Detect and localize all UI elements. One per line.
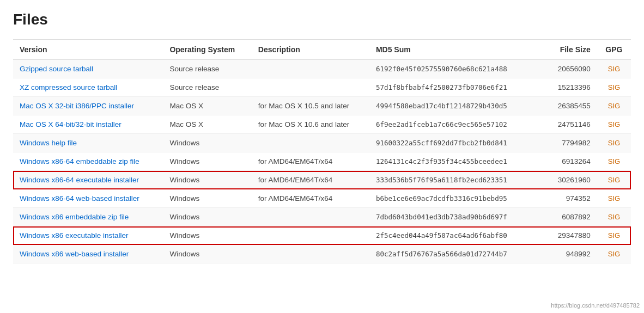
file-size: 6913264 [542, 152, 597, 171]
file-gpg-sig-link[interactable]: SIG [608, 194, 620, 202]
file-version-link[interactable]: Windows x86 web-based installer [20, 250, 129, 258]
table-row: Windows x86 web-based installerWindows80… [13, 245, 631, 263]
file-version-link[interactable]: XZ compressed source tarball [20, 83, 117, 91]
file-size: 24751146 [542, 115, 597, 134]
file-md5: 7dbd6043bd041ed3db738ad90b6d697f [369, 208, 542, 226]
file-os: Windows [163, 189, 251, 208]
file-size: 974352 [542, 189, 597, 208]
file-os: Windows [163, 226, 251, 245]
col-header-gpg: GPG [597, 40, 631, 60]
table-row: Windows x86-64 executable installerWindo… [13, 171, 631, 189]
file-gpg-sig-link[interactable]: SIG [608, 231, 620, 240]
file-version-link[interactable]: Mac OS X 32-bit i386/PPC installer [20, 102, 134, 110]
file-size: 6087892 [542, 208, 597, 226]
file-os: Source release [163, 78, 251, 97]
file-version-link[interactable]: Windows x86-64 embeddable zip file [20, 157, 139, 165]
table-row: Windows x86 executable installerWindows2… [13, 226, 631, 245]
table-row: Windows x86-64 embeddable zip fileWindow… [13, 152, 631, 171]
file-description [252, 60, 369, 78]
file-os: Windows [163, 245, 251, 263]
file-description [252, 245, 369, 263]
file-md5: 6192f0e45f02575590760e68c621a488 [369, 60, 542, 78]
file-size: 26385455 [542, 97, 597, 115]
file-gpg-sig-link[interactable]: SIG [608, 65, 620, 73]
file-description [252, 78, 369, 97]
file-description: for Mac OS X 10.5 and later [252, 97, 369, 115]
file-md5: 57d1f8bfbabf4f2500273fb0706e6f21 [369, 78, 542, 97]
file-version-link[interactable]: Windows x86-64 web-based installer [20, 194, 139, 202]
table-row: Mac OS X 64-bit/32-bit installerMac OS X… [13, 115, 631, 134]
file-md5: 2f5c4eed044a49f507ac64ad6f6abf80 [369, 226, 542, 245]
file-version-link[interactable]: Windows x86-64 executable installer [20, 176, 139, 184]
file-description: for AMD64/EM64T/x64 [252, 189, 369, 208]
col-header-size: File Size [542, 40, 597, 60]
file-version-link[interactable]: Windows x86 embeddable zip file [20, 213, 129, 221]
table-header-row: Version Operating System Description MD5… [13, 40, 631, 60]
file-gpg-sig-link[interactable]: SIG [608, 139, 620, 147]
file-description: for Mac OS X 10.6 and later [252, 115, 369, 134]
file-os: Mac OS X [163, 97, 251, 115]
file-md5: 80c2aff5d76767a5a566da01d72744b7 [369, 245, 542, 263]
file-version-link[interactable]: Windows help file [20, 139, 77, 147]
file-gpg-sig-link[interactable]: SIG [608, 120, 620, 128]
file-gpg-sig-link[interactable]: SIG [608, 83, 620, 91]
table-row: Windows help fileWindows91600322a55cff69… [13, 134, 631, 152]
file-gpg-sig-link[interactable]: SIG [608, 213, 620, 221]
file-size: 15213396 [542, 78, 597, 97]
file-os: Source release [163, 60, 251, 78]
file-size: 948992 [542, 245, 597, 263]
file-size: 20656090 [542, 60, 597, 78]
file-description [252, 208, 369, 226]
col-header-os: Operating System [163, 40, 251, 60]
file-description [252, 134, 369, 152]
table-row: XZ compressed source tarballSource relea… [13, 78, 631, 97]
table-row: Windows x86-64 web-based installerWindow… [13, 189, 631, 208]
file-os: Mac OS X [163, 115, 251, 134]
table-row: Windows x86 embeddable zip fileWindows7d… [13, 208, 631, 226]
file-description: for AMD64/EM64T/x64 [252, 171, 369, 189]
page-title: Files [13, 11, 631, 28]
file-md5: 1264131c4c2f3f935f34c455bceedee1 [369, 152, 542, 171]
file-md5: 4994f588ebad17c4bf12148729b430d5 [369, 97, 542, 115]
file-description [252, 226, 369, 245]
file-md5: 333d536b5f76f95a6118fb2ecd623351 [369, 171, 542, 189]
col-header-version: Version [13, 40, 163, 60]
file-os: Windows [163, 171, 251, 189]
file-size: 29347880 [542, 226, 597, 245]
file-gpg-sig-link[interactable]: SIG [608, 176, 620, 184]
file-size: 7794982 [542, 134, 597, 152]
file-os: Windows [163, 152, 251, 171]
file-gpg-sig-link[interactable]: SIG [608, 157, 620, 165]
table-row: Gzipped source tarballSource release6192… [13, 60, 631, 78]
file-os: Windows [163, 134, 251, 152]
file-gpg-sig-link[interactable]: SIG [608, 250, 620, 258]
file-os: Windows [163, 208, 251, 226]
col-header-description: Description [252, 40, 369, 60]
file-version-link[interactable]: Windows x86 executable installer [20, 231, 129, 240]
file-version-link[interactable]: Mac OS X 64-bit/32-bit installer [20, 120, 121, 128]
file-md5: 6f9ee2ad1fceb1a7c66c9ec565e57102 [369, 115, 542, 134]
col-header-md5: MD5 Sum [369, 40, 542, 60]
table-row: Mac OS X 32-bit i386/PPC installerMac OS… [13, 97, 631, 115]
files-table: Version Operating System Description MD5… [13, 39, 631, 263]
file-version-link[interactable]: Gzipped source tarball [20, 65, 93, 73]
file-size: 30261960 [542, 171, 597, 189]
file-md5: b6be1ce6e69ac7dcdfb3316c91bebd95 [369, 189, 542, 208]
file-md5: 91600322a55cff692dd7fbcb2fb0d841 [369, 134, 542, 152]
file-description: for AMD64/EM64T/x64 [252, 152, 369, 171]
file-gpg-sig-link[interactable]: SIG [608, 102, 620, 110]
